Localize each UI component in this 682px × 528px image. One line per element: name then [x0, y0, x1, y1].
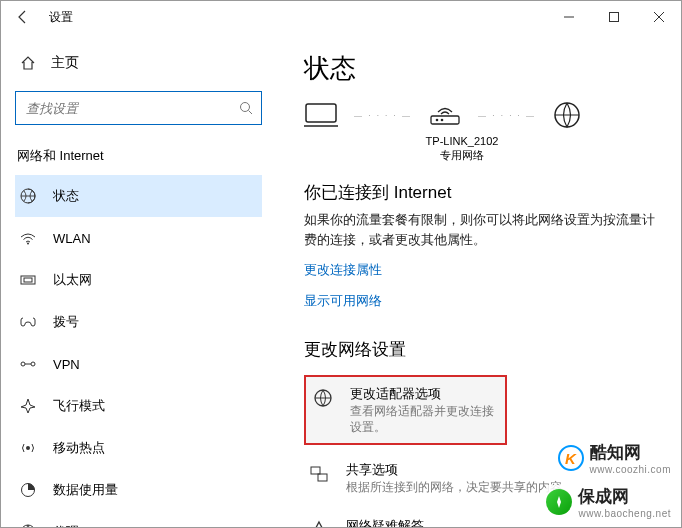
- home-icon: [19, 55, 37, 71]
- dialup-icon: [19, 313, 37, 331]
- hotspot-icon: [19, 439, 37, 457]
- wifi-icon: [19, 229, 37, 247]
- network-type: 专用网络: [402, 148, 522, 162]
- watermark-baocheng: 保成网 www.baocheng.net: [546, 485, 671, 519]
- option-adapter[interactable]: 更改适配器选项 查看网络适配器并更改连接设置。: [304, 375, 507, 445]
- sidebar-item-label: 状态: [53, 187, 79, 205]
- maximize-button[interactable]: [591, 1, 636, 33]
- link-change-props[interactable]: 更改连接属性: [304, 261, 382, 279]
- option-title: 更改适配器选项: [350, 385, 499, 403]
- status-icon: [19, 187, 37, 205]
- sidebar-item-proxy[interactable]: 代理: [15, 511, 262, 527]
- sidebar-item-datausage[interactable]: 数据使用量: [15, 469, 262, 511]
- svg-point-9: [31, 362, 35, 366]
- sidebar: 主页 网络和 Internet 状态 WLAN 以太网: [1, 33, 276, 527]
- option-desc: 根据所连接到的网络，决定要共享的内容。: [346, 479, 574, 495]
- svg-point-8: [21, 362, 25, 366]
- sidebar-item-dialup[interactable]: 拨号: [15, 301, 262, 343]
- option-title: 共享选项: [346, 461, 574, 479]
- sidebar-item-label: WLAN: [53, 231, 91, 246]
- svg-point-2: [241, 103, 250, 112]
- svg-rect-14: [306, 104, 336, 122]
- pc-icon: [304, 102, 338, 128]
- svg-point-5: [27, 243, 29, 245]
- sidebar-item-label: 以太网: [53, 271, 92, 289]
- sidebar-item-hotspot[interactable]: 移动热点: [15, 427, 262, 469]
- sidebar-item-label: 数据使用量: [53, 481, 118, 499]
- window-title: 设置: [49, 9, 73, 26]
- svg-rect-1: [609, 13, 618, 22]
- svg-point-11: [26, 446, 30, 450]
- sidebar-home-label: 主页: [51, 54, 79, 72]
- sidebar-item-label: 拨号: [53, 313, 79, 331]
- ethernet-icon: [19, 271, 37, 289]
- baocheng-logo-icon: [546, 489, 572, 515]
- option-desc: 查看网络适配器并更改连接设置。: [350, 403, 499, 435]
- connected-heading: 你已连接到 Internet: [304, 181, 657, 204]
- vpn-icon: [19, 355, 37, 373]
- connected-desc: 如果你的流量套餐有限制，则你可以将此网络设置为按流量计费的连接，或者更改其他属性…: [304, 210, 657, 250]
- sidebar-group-header: 网络和 Internet: [15, 143, 262, 175]
- troubleshoot-icon: [308, 519, 330, 527]
- data-usage-icon: [19, 481, 37, 499]
- globe-icon: [552, 100, 582, 130]
- sidebar-home[interactable]: 主页: [15, 45, 262, 81]
- search-input-container[interactable]: [15, 91, 262, 125]
- sidebar-item-label: 飞行模式: [53, 397, 105, 415]
- network-labels: TP-LINK_2102 专用网络: [402, 134, 522, 163]
- sidebar-item-label: 移动热点: [53, 439, 105, 457]
- proxy-icon: [19, 523, 37, 527]
- svg-rect-16: [431, 116, 459, 124]
- svg-rect-7: [24, 278, 32, 282]
- sharing-icon: [308, 463, 330, 485]
- back-button[interactable]: [7, 1, 39, 33]
- coozhi-logo-icon: K: [558, 445, 584, 471]
- search-input[interactable]: [24, 100, 239, 117]
- option-title: 网络疑难解答: [346, 517, 466, 527]
- router-icon: [428, 102, 462, 128]
- svg-rect-22: [318, 474, 327, 481]
- network-diagram: — · · · · — — · · · · —: [304, 100, 657, 130]
- adapter-icon: [312, 387, 334, 409]
- svg-line-3: [249, 111, 253, 115]
- sidebar-item-ethernet[interactable]: 以太网: [15, 259, 262, 301]
- svg-point-18: [441, 119, 444, 122]
- link-show-networks[interactable]: 显示可用网络: [304, 292, 382, 310]
- change-settings-heading: 更改网络设置: [304, 338, 657, 361]
- sidebar-item-label: VPN: [53, 357, 80, 372]
- sidebar-item-status[interactable]: 状态: [15, 175, 262, 217]
- svg-rect-21: [311, 467, 320, 474]
- sidebar-item-label: 代理: [53, 523, 79, 527]
- sidebar-item-vpn[interactable]: VPN: [15, 343, 262, 385]
- airplane-icon: [19, 397, 37, 415]
- watermark-coozhi: K 酷知网 www.coozhi.com: [558, 441, 671, 475]
- minimize-button[interactable]: [546, 1, 591, 33]
- close-button[interactable]: [636, 1, 681, 33]
- sidebar-item-airplane[interactable]: 飞行模式: [15, 385, 262, 427]
- svg-point-17: [436, 119, 439, 122]
- page-title: 状态: [304, 51, 657, 86]
- network-ssid: TP-LINK_2102: [402, 134, 522, 148]
- svg-rect-6: [21, 276, 35, 284]
- search-icon: [239, 101, 253, 115]
- sidebar-item-wlan[interactable]: WLAN: [15, 217, 262, 259]
